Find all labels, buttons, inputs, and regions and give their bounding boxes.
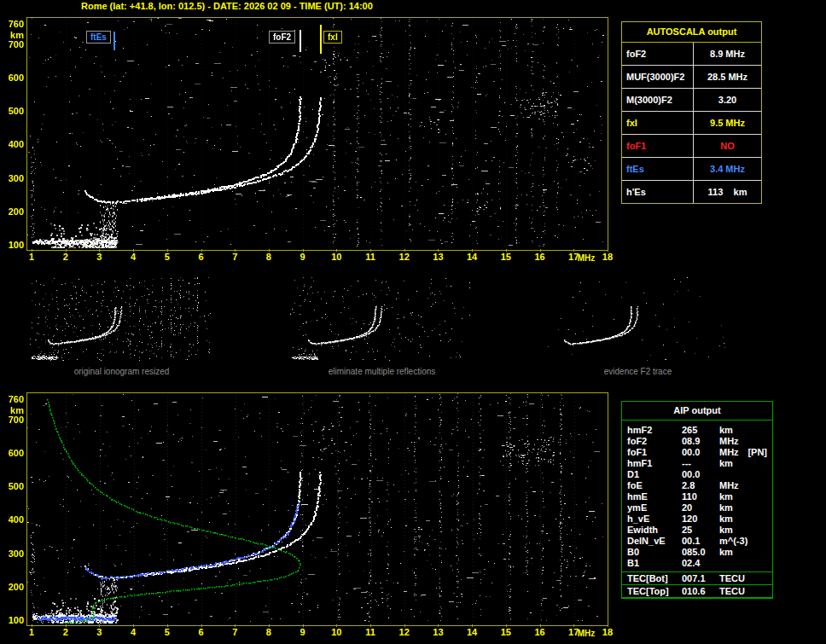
aip-param-unit: km <box>719 525 733 536</box>
aip-param-unit: km <box>719 458 733 469</box>
top-ionogram-panel: ftEs foF2 fxI <box>26 17 608 251</box>
aip-row-B0: B0085.0km <box>622 547 772 558</box>
aip-row-hmF1: hmF1---km <box>622 458 772 469</box>
aip-param-value: 085.0 <box>682 547 719 558</box>
x-axis-unit-label: MHz <box>573 629 599 639</box>
aip-param-unit: MHz <box>719 447 739 458</box>
thumbnail-caption-3: evidence F2 trace <box>546 367 730 376</box>
aip-param-value: 25 <box>682 525 719 536</box>
aip-param-value: 02.4 <box>682 558 719 569</box>
x-axis-label: 4 <box>124 627 143 637</box>
autoscala-param-label: foF1 <box>622 135 694 157</box>
page-title: Rome (lat: +41.8, lon: 012.5) - DATE: 20… <box>81 1 373 11</box>
autoscala-param-label: M(3000)F2 <box>622 89 694 111</box>
x-axis-label: 11 <box>361 627 380 637</box>
x-axis-tick <box>506 624 507 627</box>
aip-param-unit: TECU <box>719 572 745 584</box>
x-axis-label: 1 <box>22 252 41 262</box>
aip-row-foE: foE2.8MHz <box>622 480 772 491</box>
thumbnail-eliminate-reflections <box>290 277 474 363</box>
aip-param-unit: km <box>719 425 733 436</box>
aip-param-unit: MHz <box>719 480 739 491</box>
y-axis-label: 700 <box>0 415 24 425</box>
aip-table-title: AIP output <box>622 402 772 421</box>
aip-param-name: hmF2 <box>627 425 682 436</box>
autoscala-param-label: h'Es <box>622 181 694 203</box>
aip-param-value: 265 <box>682 425 719 436</box>
aip-param-unit: km <box>719 502 733 513</box>
x-axis-label: 9 <box>294 627 312 637</box>
aip-param-extra: [PN] <box>747 447 767 458</box>
aip-param-unit: TECU <box>719 585 745 597</box>
x-axis-label: 1 <box>22 627 41 637</box>
aip-param-name: TEC[Top] <box>627 585 682 597</box>
x-axis-label: 14 <box>462 627 481 637</box>
x-axis-label: 2 <box>56 252 75 262</box>
x-axis-tick <box>201 249 202 252</box>
x-axis-tick <box>370 249 371 252</box>
aip-param-value: 00.1 <box>682 536 719 547</box>
x-axis-tick <box>608 249 608 252</box>
top-ionogram-canvas <box>27 18 606 248</box>
x-axis-label: 8 <box>259 627 278 637</box>
x-axis-label: 8 <box>259 252 278 262</box>
y-axis-unit-label: km <box>0 405 24 415</box>
aip-row-foF2: foF208.9MHz <box>622 436 772 447</box>
x-axis-label: 18 <box>598 252 617 262</box>
x-axis-unit-label: MHz <box>573 253 599 264</box>
x-axis-tick <box>66 624 67 627</box>
autoscala-row-foF1: foF1NO <box>622 135 761 158</box>
y-axis-label: 100 <box>0 240 24 250</box>
fxI-marker-label: fxI <box>323 31 342 44</box>
y-axis-label: 760 <box>0 19 24 29</box>
y-axis-unit-label: km <box>0 30 24 40</box>
y-axis-label: 500 <box>0 481 24 491</box>
x-axis-label: 13 <box>428 627 447 637</box>
thumbnail-caption-2: eliminate multiple reflections <box>290 367 474 376</box>
autoscala-param-value: NO <box>694 135 761 157</box>
x-axis-tick <box>573 624 574 627</box>
aip-row-TEC[Bot]: TEC[Bot]007.1TECU <box>622 572 772 585</box>
autoscala-row-fxI: fxI9.5 MHz <box>622 112 761 135</box>
aip-param-unit: km <box>719 513 733 525</box>
x-axis-label: 2 <box>56 627 75 637</box>
x-axis-label: 16 <box>531 252 550 262</box>
y-axis-label: 700 <box>0 39 24 49</box>
y-axis-label: 300 <box>0 173 24 183</box>
autoscala-param-value: 113 km <box>694 181 761 203</box>
x-axis-tick <box>336 624 337 627</box>
aip-row-foF1: foF100.0MHz[PN] <box>622 447 772 458</box>
x-axis-label: 10 <box>327 252 346 262</box>
y-axis-label: 500 <box>0 106 24 116</box>
autoscala-param-value: 9.5 MHz <box>694 112 761 134</box>
x-axis-tick <box>472 249 473 252</box>
aip-row-B1: B102.4 <box>622 558 772 569</box>
x-axis-label: 9 <box>294 252 312 262</box>
aip-param-name: Ewidth <box>627 525 682 536</box>
x-axis-label: 3 <box>90 252 108 262</box>
aip-param-unit: m^(-3) <box>719 536 747 547</box>
aip-row-hmF2: hmF2265km <box>622 425 772 436</box>
aip-param-name: hmE <box>627 491 682 502</box>
bottom-ionogram-panel <box>26 392 608 626</box>
aip-param-name: B0 <box>627 547 682 558</box>
autoscala-param-value: 3.20 <box>694 89 761 111</box>
x-axis-tick <box>404 624 405 627</box>
aip-param-value: 00.0 <box>682 469 719 480</box>
x-axis-label: 18 <box>598 627 617 637</box>
x-axis-label: 15 <box>497 627 515 637</box>
x-axis-label: 6 <box>192 627 211 637</box>
x-axis-tick <box>370 624 371 627</box>
aip-param-unit: MHz <box>719 436 739 447</box>
x-axis-tick <box>303 624 304 627</box>
x-axis-tick <box>438 624 439 627</box>
x-axis-label: 16 <box>531 627 550 637</box>
x-axis-label: 6 <box>192 252 211 262</box>
aip-param-unit: km <box>719 547 733 558</box>
thumbnail-evidence-f2-trace <box>546 277 730 363</box>
autoscala-param-label: fxI <box>622 112 694 134</box>
x-axis-tick <box>32 249 32 252</box>
autoscala-row-foF2: foF28.9 MHz <box>622 43 761 66</box>
x-axis-tick <box>269 249 270 252</box>
aip-param-value: 007.1 <box>682 572 719 584</box>
